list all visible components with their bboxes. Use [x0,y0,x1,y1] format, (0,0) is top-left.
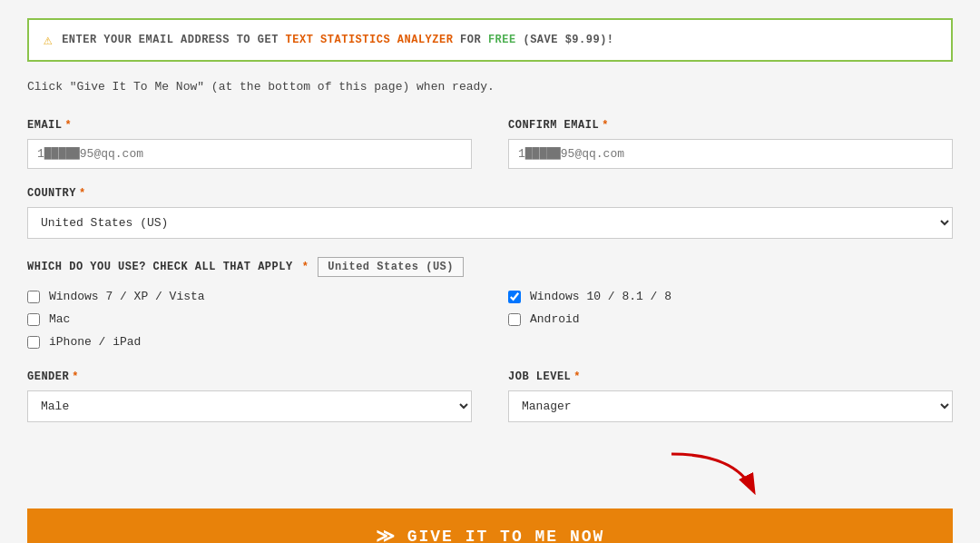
arrow-container [27,449,953,499]
checkbox-label-win10: Windows 10 / 8.1 / 8 [530,290,671,303]
country-row: COUNTRY* United States (US) Canada Unite… [27,187,953,239]
gender-group: GENDER* Male Female Other [27,370,472,422]
joblevel-group: JOB LEVEL* Manager Director Executive In… [508,370,953,422]
gender-label: GENDER* [27,370,472,383]
checkbox-item-win10: Windows 10 / 8.1 / 8 [508,290,953,303]
submit-area: ≫ GIVE IT TO ME NOW 💬 全能资源分享站 [27,508,953,543]
checkbox-label-android: Android [530,312,580,326]
confirm-email-group: CONFIRM EMAIL* [508,119,953,169]
country-badge: United States (US) [318,257,464,277]
checkbox-label-mac: Mac [49,312,70,326]
checkboxes-label: WHICH DO YOU USE? CHECK ALL THAT APPLY *… [27,257,953,277]
checkbox-android[interactable] [508,313,521,326]
checkbox-mac[interactable] [27,313,40,326]
email-input[interactable] [27,139,472,169]
submit-button[interactable]: ≫ GIVE IT TO ME NOW [27,508,953,543]
joblevel-label: JOB LEVEL* [508,370,953,383]
country-label: COUNTRY* [27,187,953,200]
chevrons-icon: ≫ [376,525,397,543]
checkbox-item-iphone: iPhone / iPad [27,335,472,349]
checkbox-item-android: Android [508,312,953,326]
red-arrow-icon [662,449,771,499]
checkbox-item-win7: Windows 7 / XP / Vista [27,290,472,303]
warning-icon: ⚠ [44,31,53,49]
checkboxes-section: WHICH DO YOU USE? CHECK ALL THAT APPLY *… [27,257,953,349]
subtitle-text: Click "Give It To Me Now" (at the bottom… [27,80,953,94]
checkbox-label-iphone: iPhone / iPad [49,335,141,349]
highlight-text: TEXT STATISTICS ANALYZER [286,34,454,46]
checkbox-grid: Windows 7 / XP / Vista Windows 10 / 8.1 … [27,290,953,349]
gender-job-row: GENDER* Male Female Other JOB LEVEL* Man… [27,370,953,422]
checkbox-item-mac: Mac [27,312,472,326]
checkbox-win10[interactable] [508,291,521,303]
email-row: EMAIL* CONFIRM EMAIL* [27,119,953,169]
checkbox-label-win7: Windows 7 / XP / Vista [49,290,205,303]
free-text: FREE [488,34,516,46]
checkbox-win7[interactable] [27,291,40,303]
gender-select[interactable]: Male Female Other [27,390,472,422]
banner-text: ENTER YOUR EMAIL ADDRESS TO GET TEXT STA… [62,34,613,46]
country-select[interactable]: United States (US) Canada United Kingdom… [27,207,953,239]
promo-banner: ⚠ ENTER YOUR EMAIL ADDRESS TO GET TEXT S… [27,18,953,62]
checkbox-iphone[interactable] [27,336,40,349]
joblevel-select[interactable]: Manager Director Executive Individual Co… [508,390,953,422]
confirm-email-input[interactable] [508,139,953,169]
email-label: EMAIL* [27,119,472,132]
submit-label: GIVE IT TO ME NOW [407,528,605,544]
confirm-email-label: CONFIRM EMAIL* [508,119,953,132]
email-group: EMAIL* [27,119,472,169]
